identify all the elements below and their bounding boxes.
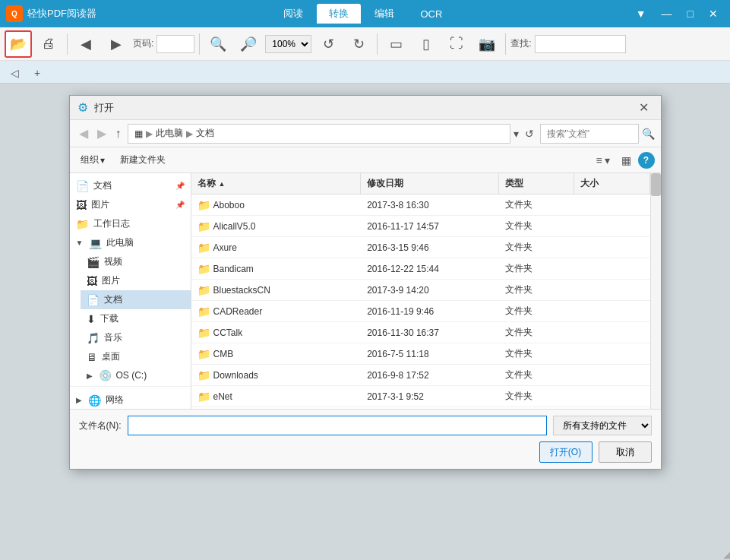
breadcrumb-this-pc[interactable]: 此电脑 [156,127,183,140]
zoom-in-button[interactable]: 🔎 [235,30,262,58]
cancel-button[interactable]: 取消 [599,441,652,463]
rotate-button[interactable]: ↻ [345,30,372,58]
dialog-titlebar: ⚙ 打开 ✕ [70,96,661,120]
main-area: ⚙ 打开 ✕ ◀ ▶ ↑ ▦ ▶ 此电脑 ▶ 文档 ▾ ↺ [0,84,730,560]
zoom-out-button[interactable]: 🔍 [204,30,232,58]
tab-ocr[interactable]: OCR [408,5,454,23]
nav-item-network[interactable]: ▶ 🌐 网络 [70,391,191,409]
folder-icon-cctalk: 📁 [198,327,210,339]
forward-button[interactable]: ▶ [103,30,130,58]
nav-item-pictures[interactable]: 🖼 图片 [81,271,191,290]
refresh-button[interactable]: ↺ [314,30,342,58]
file-date-downloads: 2016-9-8 17:52 [367,370,428,381]
nav-item-os-drive[interactable]: ▶ 💿 OS (C:) [81,366,191,384]
tab-convert[interactable]: 转换 [317,4,361,24]
file-row-downloads[interactable]: 📁Downloads 2016-9-8 17:52 文件夹 [191,365,650,386]
collapse-panel-button[interactable]: ◁ [5,63,25,83]
dialog-close-button[interactable]: ✕ [635,99,653,117]
nav-item-downloads[interactable]: ⬇ 下载 [81,309,191,328]
address-back-button[interactable]: ◀ [76,125,91,142]
nav-divider [70,386,191,389]
nav-label-documents2: 文档 [104,293,185,306]
scrollbar-track[interactable] [650,173,661,409]
view-list-button[interactable]: ≡ ▾ [592,152,614,169]
file-row-axure[interactable]: 📁Axure 2016-3-15 9:46 文件夹 [191,237,650,258]
nav-item-desktop[interactable]: 🖥 桌面 [81,347,191,366]
file-row-alicall[interactable]: 📁AlicallV5.0 2016-11-17 14:57 文件夹 [191,216,650,237]
nav-item-documents2[interactable]: 📄 文档 [81,290,191,309]
file-row-cmb[interactable]: 📁CMB 2016-7-5 11:18 文件夹 [191,343,650,365]
fullscreen-button[interactable]: ⛶ [443,30,470,58]
file-type-cmb: 文件夹 [505,347,532,360]
file-name-cctalk: CCTalk [213,327,243,338]
titlebar-controls: ▼ — □ ✕ [630,6,724,21]
page-input[interactable] [156,35,194,53]
address-up-button[interactable]: ↑ [112,125,125,142]
file-row-aboboo[interactable]: 📁Aboboo 2017-3-8 16:30 文件夹 [191,195,650,216]
nav-label-videos: 视频 [104,255,185,268]
nav-item-documents[interactable]: 📄 文档 📌 [70,176,191,195]
dialog-search-input[interactable] [540,124,639,144]
file-date-axure: 2016-3-15 9:46 [367,242,428,253]
close-button[interactable]: ✕ [703,6,724,21]
file-row-bluestacks[interactable]: 📁BluestacksCN 2017-3-9 14:20 文件夹 [191,280,650,301]
col-header-type[interactable]: 类型 [499,173,574,194]
desktop-icon: 🖥 [87,351,97,363]
file-name-bandicam: Bandicam [213,264,254,274]
work-diary-icon: 📁 [76,218,89,230]
toolbar-separator-4 [505,33,506,55]
col-name-label: 名称 [198,177,216,190]
toolbar-search-input[interactable] [535,35,626,53]
nav-label-documents: 文档 [93,179,171,192]
file-type-cadreader: 文件夹 [505,305,532,318]
file-row-cadreader[interactable]: 📁CADReader 2016-11-19 9:46 文件夹 [191,301,650,322]
col-header-size[interactable]: 大小 [574,173,649,194]
address-forward-button[interactable]: ▶ [94,125,109,142]
back-button[interactable]: ◀ [72,30,100,58]
maximize-button[interactable]: □ [681,6,700,21]
filetype-select[interactable]: 所有支持的文件 [553,416,652,435]
minimize-button[interactable]: — [656,6,678,21]
nav-item-this-pc[interactable]: ▼ 💻 此电脑 [70,233,191,252]
print-button[interactable]: 🖨 [35,30,62,58]
tab-edit[interactable]: 编辑 [362,4,406,24]
dialog-overlay: ⚙ 打开 ✕ ◀ ▶ ↑ ▦ ▶ 此电脑 ▶ 文档 ▾ ↺ [0,84,730,560]
file-list-body: 📁Aboboo 2017-3-8 16:30 文件夹 📁AlicallV5.0 … [191,195,650,409]
resize-handle[interactable]: ◢ [719,549,730,560]
toolbar2-right: ≡ ▾ ▦ ? [592,152,654,169]
toolbar-separator-2 [199,33,200,55]
new-folder-button[interactable]: 新建文件夹 [115,151,170,169]
dialog-search-button[interactable]: 🔍 [642,128,655,140]
nav-item-pictures-fav[interactable]: 🖼 图片 📌 [70,195,191,214]
nav-item-work-diary[interactable]: 📁 工作日志 [70,214,191,233]
single-page-button[interactable]: ▭ [382,30,409,58]
file-row-bandicam[interactable]: 📁Bandicam 2016-12-22 15:44 文件夹 [191,258,650,280]
col-header-name[interactable]: 名称 ▲ [191,173,361,194]
open-button[interactable]: 打开(O) [539,441,593,463]
address-refresh-button[interactable]: ↺ [522,126,537,141]
nav-item-music[interactable]: 🎵 音乐 [81,328,191,347]
scrollbar-thumb[interactable] [651,173,661,196]
settings-icon[interactable]: ▼ [630,6,653,21]
view-layout-button[interactable]: ▦ [618,152,635,169]
col-size-label: 大小 [580,177,599,190]
filename-input[interactable] [128,416,547,435]
nav-item-videos[interactable]: 🎬 视频 [81,252,191,271]
address-dropdown-button[interactable]: ▾ [514,128,519,140]
file-open-dialog: ⚙ 打开 ✕ ◀ ▶ ↑ ▦ ▶ 此电脑 ▶ 文档 ▾ ↺ [69,95,662,470]
file-name-bluestacks: BluestacksCN [213,285,270,296]
col-header-date[interactable]: 修改日期 [361,173,499,194]
file-name-downloads: Downloads [213,370,258,381]
breadcrumb-documents[interactable]: 文档 [196,127,214,140]
file-row-enet[interactable]: 📁eNet 2017-3-1 9:52 文件夹 [191,386,650,407]
zoom-select[interactable]: 100% 75% 150% [265,35,311,53]
organize-button[interactable]: 组织 ▾ [76,151,109,169]
tabstrip: ◁ + [0,61,730,84]
help-button[interactable]: ? [638,152,655,169]
tab-read[interactable]: 阅读 [271,4,315,24]
file-row-cctalk[interactable]: 📁CCTalk 2016-11-30 16:37 文件夹 [191,322,650,343]
screenshot-button[interactable]: 📷 [473,30,501,58]
open-file-button[interactable]: 📂 [5,30,32,58]
add-tab-button[interactable]: + [28,63,46,83]
double-page-button[interactable]: ▯ [412,30,440,58]
